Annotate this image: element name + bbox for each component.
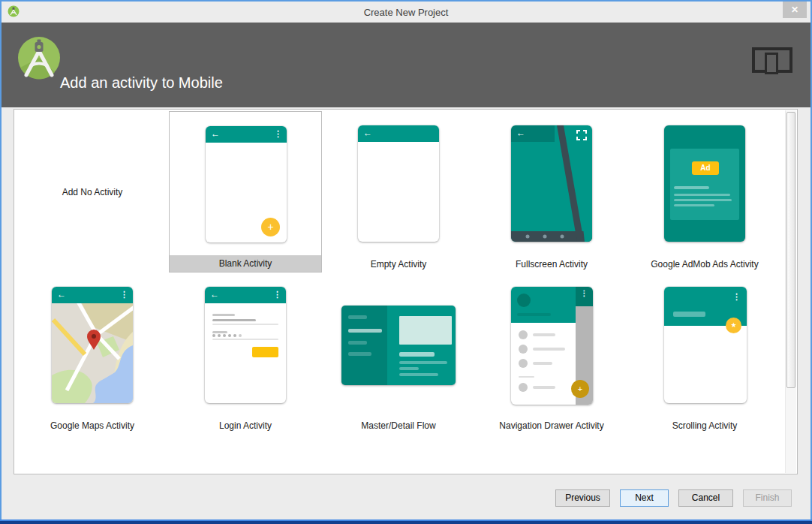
close-icon: ✕	[791, 5, 798, 15]
phone-outline-icon	[765, 53, 778, 74]
navigation-drawer-thumbnail: ⋮ +	[511, 287, 593, 405]
activity-gallery: Add No Activity ← ⋮ + Blank Activity ← E…	[14, 109, 798, 474]
overflow-menu-icon: ⋮	[732, 291, 741, 302]
activity-label: Fullscreen Activity	[475, 256, 628, 273]
close-button[interactable]: ✕	[783, 2, 807, 18]
next-button[interactable]: Next	[620, 489, 669, 507]
admob-activity-thumbnail: Ad	[664, 125, 745, 242]
activity-label: Login Activity	[169, 417, 322, 434]
tablet-phone-icon	[752, 47, 792, 74]
window-border-bottom	[0, 519, 812, 524]
create-new-project-dialog: Create New Project ✕ Add an activity to …	[0, 0, 812, 524]
window-border-left	[0, 0, 2, 524]
login-button-placeholder	[252, 347, 278, 357]
login-activity-thumbnail: ← ⋮	[205, 287, 286, 403]
activity-cell-fullscreen-activity[interactable]: ← Fullscreen Activity	[475, 111, 628, 273]
back-arrow-icon: ←	[516, 128, 525, 138]
activity-cell-master-detail-flow[interactable]: Master/Detail Flow	[322, 273, 475, 434]
activity-cell-google-admob-ads-activity[interactable]: Ad Google AdMob Ads Activity	[628, 111, 781, 273]
back-arrow-icon: ←	[363, 128, 372, 138]
android-studio-logo	[17, 36, 61, 80]
blank-activity-thumbnail: ← ⋮ +	[206, 126, 287, 242]
activity-cell-add-no-activity[interactable]: Add No Activity	[16, 111, 169, 273]
activity-label: Scrolling Activity	[628, 417, 781, 434]
master-detail-thumbnail	[341, 306, 456, 385]
activity-cell-google-maps-activity[interactable]: ← ⋮	[16, 273, 169, 434]
map-image	[52, 303, 133, 403]
activity-label: Google Maps Activity	[16, 417, 169, 434]
dialog-title: Create New Project	[2, 7, 810, 18]
activity-label: Google AdMob Ads Activity	[628, 256, 781, 273]
cancel-button[interactable]: Cancel	[678, 489, 733, 507]
back-arrow-icon: ←	[57, 289, 66, 300]
overflow-menu-icon: ⋮	[274, 128, 282, 139]
previous-button[interactable]: Previous	[555, 489, 610, 507]
maps-activity-thumbnail: ← ⋮	[52, 287, 133, 403]
back-arrow-icon: ←	[210, 289, 219, 300]
overflow-menu-icon: ⋮	[576, 287, 593, 306]
window-border-top	[0, 0, 812, 2]
activity-label: Blank Activity	[170, 255, 321, 272]
activity-cell-scrolling-activity[interactable]: ⋮ ★ Scrolling Activity	[628, 273, 781, 434]
activity-cell-empty-activity[interactable]: ← Empty Activity	[322, 111, 475, 273]
scrollbar-thumb[interactable]	[786, 112, 795, 388]
title-bar[interactable]: Create New Project ✕	[2, 2, 810, 23]
activity-cell-navigation-drawer-activity[interactable]: ⋮ + Navigation Drawer Activity	[475, 273, 628, 434]
overflow-menu-icon: ⋮	[120, 289, 128, 300]
scrolling-activity-thumbnail: ⋮ ★	[664, 287, 747, 403]
ad-badge: Ad	[692, 161, 719, 175]
fab-plus-icon: +	[571, 380, 589, 398]
fullscreen-activity-thumbnail: ←	[511, 125, 592, 242]
fullscreen-icon	[576, 130, 587, 140]
finish-button: Finish	[743, 489, 792, 507]
back-arrow-icon: ←	[211, 128, 220, 139]
fab-star-icon: ★	[726, 318, 741, 333]
header-title: Add an activity to Mobile	[60, 74, 223, 92]
activity-cell-blank-activity[interactable]: ← ⋮ + Blank Activity	[169, 111, 322, 273]
scrollbar[interactable]	[785, 110, 796, 473]
overflow-menu-icon: ⋮	[273, 289, 281, 300]
activity-label: Empty Activity	[322, 256, 475, 273]
empty-activity-thumbnail: ←	[358, 125, 439, 242]
fab-plus-icon: +	[261, 218, 280, 236]
activity-cell-login-activity[interactable]: ← ⋮ Login Activity	[169, 273, 322, 434]
activity-label: Navigation Drawer Activity	[475, 417, 628, 434]
activity-label: Master/Detail Flow	[322, 417, 475, 434]
wizard-header: Add an activity to Mobile	[2, 23, 810, 107]
activity-label: Add No Activity	[16, 111, 169, 273]
